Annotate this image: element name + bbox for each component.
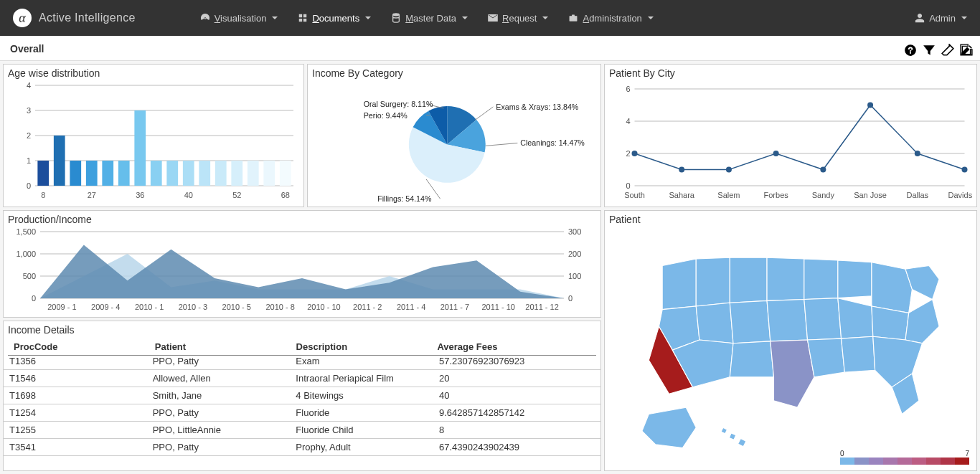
svg-text:27: 27 (88, 191, 96, 199)
cell: Allowed, Allen (147, 370, 291, 387)
production-area-chart[interactable]: 05001,0001,50001002003002009 - 12009 - 4… (8, 228, 596, 314)
legend-min: 0 (840, 450, 844, 458)
svg-text:0: 0 (27, 181, 31, 190)
svg-text:68: 68 (281, 191, 290, 199)
svg-text:2010 - 10: 2010 - 10 (307, 303, 340, 311)
nav-item-visualisation[interactable]: Visualisation (200, 13, 278, 24)
cell: 40 (433, 387, 600, 404)
svg-text:52: 52 (232, 191, 241, 199)
svg-text:Cleanings: 14.47%: Cleanings: 14.47% (520, 138, 585, 147)
svg-rect-27 (263, 161, 275, 186)
dashboard-grid: Age wise distribution 0123482736405268 I… (0, 61, 980, 474)
svg-point-57 (726, 167, 732, 173)
tab-overall[interactable]: Overall (6, 40, 48, 60)
svg-rect-21 (166, 161, 178, 186)
svg-text:0: 0 (32, 294, 36, 303)
svg-rect-15 (70, 161, 81, 186)
svg-rect-20 (151, 161, 162, 186)
nav-item-administration[interactable]: Administration (568, 13, 653, 24)
svg-point-0 (393, 14, 400, 16)
panel-title: Income By Category (312, 67, 596, 79)
svg-rect-24 (215, 161, 227, 186)
nav-item-request[interactable]: Request (488, 13, 548, 24)
svg-text:3: 3 (27, 106, 31, 115)
cell: 20 (433, 370, 600, 387)
cell: T1254 (4, 404, 147, 422)
help-button[interactable] (903, 42, 918, 58)
table-row[interactable]: T1698Smith, Jane4 Bitewings40 (4, 387, 600, 404)
svg-text:Exams & Xrays: 13.84%: Exams & Xrays: 13.84% (496, 103, 579, 111)
svg-rect-13 (37, 161, 49, 186)
table-row[interactable]: T1254PPO, PattyFluoride9.642857142857142 (4, 404, 600, 422)
legend-max: 7 (965, 450, 969, 458)
nav-item-master-data[interactable]: Master Data (391, 13, 468, 24)
cell: Prophy, Adult (290, 439, 433, 456)
income-pie-chart[interactable]: Exams & Xrays: 13.84%Cleanings: 14.47%Fi… (312, 82, 596, 204)
svg-point-63 (867, 103, 873, 108)
dashboard-icon (200, 13, 210, 23)
svg-text:Sandy: Sandy (812, 191, 835, 199)
nav-menu: VisualisationDocumentsMaster DataRequest… (200, 13, 654, 24)
table-row[interactable]: T3541PPO, PattyProphy, Adult67.439024390… (4, 439, 600, 456)
cell: T1698 (4, 387, 147, 404)
edit-button[interactable] (958, 42, 974, 58)
svg-point-53 (632, 151, 638, 156)
svg-text:36: 36 (136, 191, 144, 199)
us-map[interactable] (609, 225, 972, 455)
svg-text:2010 - 5: 2010 - 5 (222, 303, 251, 311)
panel-age-dist: Age wise distribution 0123482736405268 (3, 64, 304, 207)
nav-user[interactable]: Admin (915, 13, 967, 24)
cell: Fluoride Child (290, 422, 433, 439)
cell: T1255 (4, 422, 147, 439)
svg-text:2: 2 (626, 149, 630, 158)
svg-text:Forbes: Forbes (764, 191, 789, 199)
svg-text:Oral Surgery: 8.11%: Oral Surgery: 8.11% (364, 100, 433, 108)
svg-rect-18 (118, 161, 130, 186)
svg-text:2009 - 4: 2009 - 4 (91, 303, 120, 311)
cell: PPO, Patty (147, 404, 291, 422)
svg-text:Salem: Salem (717, 191, 740, 199)
table-row[interactable]: T1546Allowed, AllenIntraoral Periapical … (4, 370, 600, 387)
caret-icon (462, 16, 468, 19)
brand-logo: α (13, 9, 32, 27)
briefcase-icon (568, 13, 578, 23)
docs-icon (298, 13, 308, 23)
eraser-button[interactable] (940, 42, 956, 58)
svg-rect-14 (54, 136, 65, 186)
city-line-chart[interactable]: 0246SouthSaharaSalemForbesSandySan JoseD… (609, 82, 972, 204)
panel-patient-city: Patient By City 0246SouthSaharaSalemForb… (604, 64, 977, 207)
cell: 4 Bitewings (290, 387, 433, 404)
cell: Smith, Jane (147, 387, 291, 404)
mail-icon (488, 13, 498, 23)
table-row[interactable]: T1255PPO, LittleAnnieFluoride Child8 (4, 422, 600, 439)
nav-item-documents[interactable]: Documents (298, 13, 371, 24)
cell: Fluoride (290, 404, 433, 422)
svg-text:100: 100 (568, 272, 581, 280)
cell: T1546 (4, 370, 147, 387)
subheader: Overall (0, 36, 980, 61)
filter-button[interactable] (921, 42, 937, 58)
svg-line-35 (475, 107, 493, 120)
svg-text:2010 - 1: 2010 - 1 (135, 303, 164, 311)
nav-label: Documents (312, 13, 359, 24)
map-legend: 07 (840, 450, 969, 465)
nav-label: Administration (583, 13, 641, 24)
svg-text:2011 - 7: 2011 - 7 (440, 303, 469, 311)
svg-text:2011 - 12: 2011 - 12 (525, 303, 558, 311)
toolbar (903, 42, 974, 58)
cell: Exam (290, 353, 433, 370)
age-bar-chart[interactable]: 0123482736405268 (8, 82, 299, 204)
cell: 67.4390243902439 (433, 439, 600, 456)
panel-income-details: Income Details ProcCodePatientDescriptio… (3, 321, 601, 471)
svg-text:0: 0 (626, 181, 630, 190)
nav-label: Master Data (405, 13, 456, 24)
svg-text:4: 4 (626, 117, 630, 125)
table-row[interactable]: T1356PPO, PattyExam57.23076923076923 (4, 353, 600, 370)
cell: Intraoral Periapical Film (290, 370, 433, 387)
table-scroll[interactable]: T1356PPO, PattyExam57.23076923076923T154… (4, 353, 600, 470)
svg-line-37 (486, 143, 518, 146)
svg-text:8: 8 (41, 191, 45, 199)
svg-text:2011 - 2: 2011 - 2 (353, 303, 382, 311)
svg-text:San Jose: San Jose (854, 191, 887, 199)
svg-rect-19 (134, 110, 146, 186)
